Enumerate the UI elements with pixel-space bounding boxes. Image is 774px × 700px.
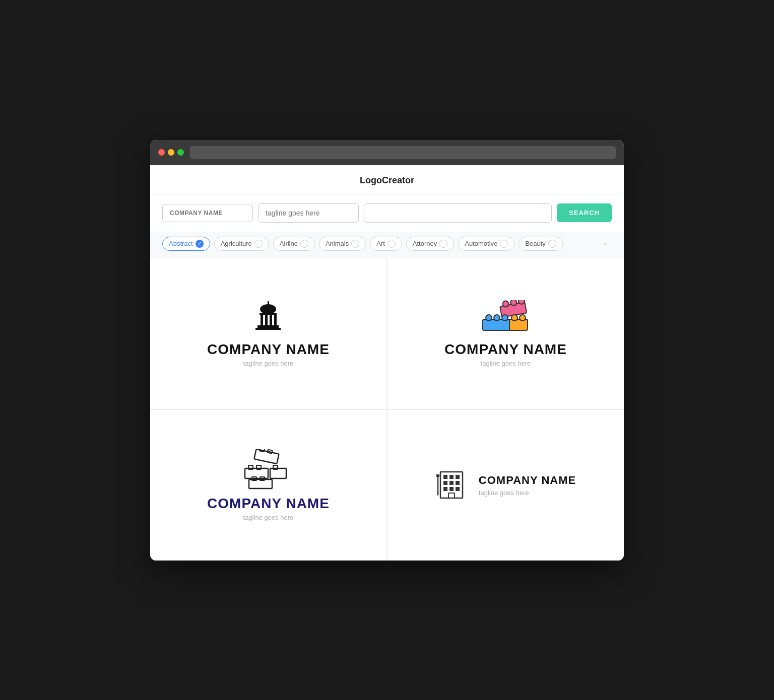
svg-rect-41	[448, 493, 455, 498]
filter-tag-abstract[interactable]: Abstract ✓	[162, 237, 210, 251]
svg-rect-36	[449, 481, 454, 485]
filter-label-animals: Animals	[326, 240, 349, 247]
traffic-lights	[158, 149, 184, 156]
close-button[interactable]	[158, 149, 165, 156]
filter-label-airline: Airline	[280, 240, 298, 247]
browser-titlebar	[150, 140, 624, 165]
logo-inner-3: COMPANY NAME tagline goes here	[207, 449, 330, 521]
svg-rect-26	[270, 468, 286, 478]
svg-rect-44	[436, 474, 439, 477]
svg-point-10	[502, 300, 509, 307]
svg-rect-32	[443, 475, 447, 479]
logo-icon-lego-color	[444, 300, 567, 335]
keyword-input[interactable]	[364, 203, 552, 223]
logo-grid: COMPANY NAME tagline goes here	[150, 258, 624, 561]
company-name-input[interactable]	[162, 204, 253, 222]
svg-rect-35	[443, 481, 447, 485]
app-header: LogoCreator	[150, 165, 624, 194]
logo-inner-4: COMPANY NAME tagline goes here	[435, 466, 576, 504]
logo-inner-2: COMPANY NAME tagline goes here	[444, 300, 567, 367]
filter-next-arrow[interactable]: →	[596, 237, 612, 250]
logo4-company-name: COMPANY NAME	[479, 474, 576, 487]
search-button[interactable]: SEARCH	[557, 203, 612, 222]
minimize-button[interactable]	[168, 149, 174, 156]
logo-icon-building-pen	[435, 466, 472, 504]
app-content: LogoCreator SEARCH Abstract ✓ Agricultur…	[150, 165, 624, 561]
svg-rect-7	[257, 325, 279, 328]
svg-rect-4	[265, 315, 268, 325]
logo-icon-lego-outline	[207, 449, 330, 489]
logo1-tagline: tagline goes here	[207, 360, 330, 367]
svg-point-1	[260, 304, 276, 314]
svg-point-19	[520, 315, 526, 321]
check-icon-automotive	[500, 240, 508, 248]
filter-label-art: Art	[376, 240, 385, 247]
logo2-tagline: tagline goes here	[444, 360, 567, 367]
filter-tag-agriculture[interactable]: Agriculture	[214, 237, 269, 251]
filter-label-abstract: Abstract	[169, 240, 193, 247]
svg-point-16	[502, 315, 508, 321]
tagline-input[interactable]	[258, 203, 359, 223]
check-icon-beauty	[548, 240, 556, 248]
filter-tag-automotive[interactable]: Automotive	[458, 237, 514, 251]
logo3-company-name: COMPANY NAME	[207, 496, 330, 512]
filter-label-beauty: Beauty	[525, 240, 545, 247]
svg-point-18	[511, 315, 518, 321]
filter-tag-art[interactable]: Art	[370, 237, 402, 251]
svg-marker-43	[437, 494, 439, 496]
logo4-text-area: COMPANY NAME tagline goes here	[479, 474, 576, 497]
filter-tag-beauty[interactable]: Beauty	[519, 237, 562, 251]
svg-rect-33	[449, 475, 454, 479]
svg-rect-34	[456, 475, 460, 479]
check-icon-abstract: ✓	[196, 240, 204, 248]
browser-window: LogoCreator SEARCH Abstract ✓ Agricultur…	[150, 140, 624, 561]
svg-rect-40	[456, 487, 460, 491]
svg-rect-5	[270, 315, 272, 325]
logo-card-4[interactable]: COMPANY NAME tagline goes here	[387, 409, 624, 561]
svg-rect-20	[254, 449, 279, 464]
svg-rect-37	[456, 481, 460, 485]
check-icon-art	[388, 240, 396, 248]
svg-rect-6	[274, 315, 277, 325]
svg-rect-38	[443, 487, 447, 491]
check-icon-airline	[300, 240, 308, 248]
app-title: LogoCreator	[360, 175, 414, 185]
filter-tag-airline[interactable]: Airline	[273, 237, 315, 251]
svg-rect-8	[255, 328, 281, 330]
logo1-company-name: COMPANY NAME	[207, 341, 330, 358]
filter-bar: Abstract ✓ Agriculture Airline Animals A…	[150, 232, 624, 258]
filter-tag-attorney[interactable]: Attorney	[406, 237, 454, 251]
logo-icon-building	[207, 300, 330, 335]
logo-card-3[interactable]: COMPANY NAME tagline goes here	[150, 409, 387, 561]
filter-label-agriculture: Agriculture	[221, 240, 252, 247]
svg-rect-17	[509, 319, 528, 330]
logo-inner-1: COMPANY NAME tagline goes here	[207, 300, 330, 367]
address-bar[interactable]	[190, 146, 616, 159]
check-icon-attorney	[439, 240, 447, 248]
filter-label-automotive: Automotive	[465, 240, 497, 247]
svg-point-15	[494, 315, 500, 321]
search-bar: SEARCH	[150, 194, 624, 232]
maximize-button[interactable]	[177, 149, 184, 156]
filter-tag-animals[interactable]: Animals	[319, 237, 366, 251]
check-icon-agriculture	[254, 240, 263, 248]
svg-rect-39	[449, 487, 454, 491]
svg-rect-2	[260, 313, 277, 315]
logo2-company-name: COMPANY NAME	[444, 341, 567, 358]
filter-label-attorney: Attorney	[413, 240, 437, 247]
svg-rect-3	[261, 315, 263, 325]
check-icon-animals	[351, 240, 359, 248]
logo3-tagline: tagline goes here	[207, 514, 330, 521]
logo-card-1[interactable]: COMPANY NAME tagline goes here	[150, 258, 387, 409]
logo4-tagline: tagline goes here	[479, 489, 576, 497]
logo-card-2[interactable]: COMPANY NAME tagline goes here	[387, 258, 624, 409]
svg-point-14	[486, 315, 492, 321]
